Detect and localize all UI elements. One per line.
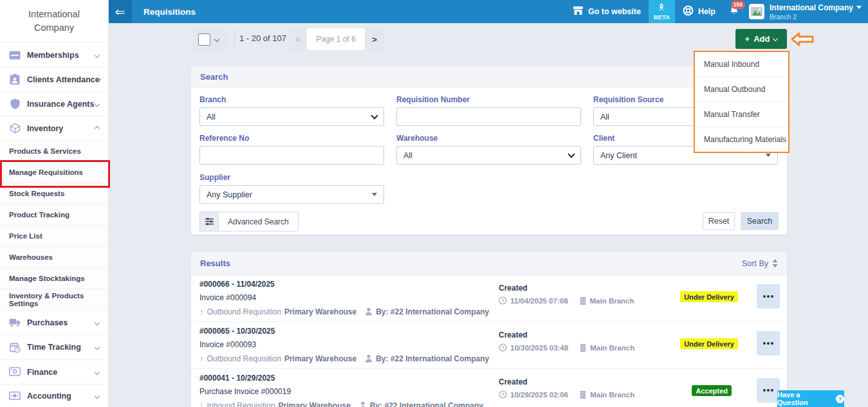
- collapse-sidebar-button[interactable]: ⇐: [108, 0, 132, 23]
- sidebar-item-inventory[interactable]: Inventory: [0, 116, 107, 140]
- requisition-meta-line: ↓ Inbound Requisition Primary Warehouse …: [199, 401, 483, 407]
- client-label: Client: [593, 134, 614, 143]
- attendance-badge-icon: [9, 74, 21, 86]
- requisition-row[interactable]: #000041 - 10/29/2025 Purchase Invoice #0…: [191, 368, 787, 407]
- requisition-meta-line: ↑ Outbound Requisition Primary Warehouse…: [199, 307, 489, 316]
- have-a-question-button[interactable]: Have a Question ?: [777, 390, 844, 407]
- requisition-type: Outbound Requisition: [207, 354, 281, 363]
- menu-item-manufacturing-materials[interactable]: Manufacturing Materials: [695, 127, 788, 152]
- notification-count-badge: 155: [731, 1, 745, 9]
- help-link[interactable]: Help: [675, 0, 723, 23]
- created-label: Created: [499, 330, 528, 339]
- sidebar-item-label: Finance: [27, 368, 57, 377]
- created-info-line: 11/04/2025 07:08 Main Branch: [499, 296, 634, 305]
- sidebar-item-time-tracking[interactable]: Time Tracking: [0, 334, 107, 359]
- chevron-down-icon: [95, 320, 100, 325]
- account-name-label: International Company: [770, 3, 853, 12]
- requisition-row[interactable]: #000066 - 11/04/2025 Invoice #000094 ↑ O…: [191, 275, 787, 322]
- sidebar-item-purchases[interactable]: Purchases: [0, 310, 107, 334]
- reset-button[interactable]: Reset: [703, 212, 735, 230]
- created-label: Created: [499, 284, 528, 293]
- select-all-checkbox[interactable]: [198, 33, 210, 46]
- annotation-arrow-icon: [790, 31, 815, 50]
- dropdown-caret-icon: [766, 154, 771, 157]
- sidebar-item-accounting[interactable]: Accounting: [0, 384, 107, 407]
- chevron-down-icon: [95, 101, 100, 106]
- clock-icon: [499, 390, 507, 399]
- requisition-id-date: #000065 - 10/30/2025: [199, 327, 275, 336]
- notifications-button[interactable]: 155: [723, 0, 745, 23]
- sidebar-subitem-inventory-products-settings[interactable]: Inventory & Products Settings: [0, 289, 107, 310]
- account-avatar[interactable]: [749, 4, 764, 19]
- account-switcher[interactable]: International Company Branch 2: [770, 3, 862, 21]
- supplier-select[interactable]: Any Supplier: [199, 185, 384, 204]
- created-datetime: 11/04/2025 07:08: [510, 297, 568, 305]
- advanced-search-button[interactable]: Advanced Search: [199, 212, 299, 231]
- menu-item-manual-outbound[interactable]: Manual Outbound: [695, 77, 788, 102]
- menu-item-manual-inbound[interactable]: Manual Inbound: [695, 52, 788, 77]
- row-actions-button[interactable]: [757, 331, 780, 356]
- sidebar-subitem-manage-stocktakings[interactable]: Manage Stocktakings: [0, 267, 107, 289]
- requisition-source-label: Requisition Source: [593, 95, 663, 104]
- next-page-button[interactable]: >: [365, 35, 384, 44]
- page-indicator[interactable]: Page 1 of 6: [307, 28, 365, 50]
- ellipsis-icon: [763, 295, 766, 298]
- warehouse-select-value: All: [403, 151, 412, 160]
- sidebar-subitem-manage-requisitions[interactable]: Manage Requisitions: [0, 161, 107, 183]
- advanced-search-label: Advanced Search: [219, 217, 298, 226]
- supplier-label: Supplier: [199, 173, 230, 182]
- warehouse-select[interactable]: All: [396, 146, 581, 165]
- sort-by-control[interactable]: Sort By: [742, 259, 778, 268]
- sidebar-item-insurance-agents[interactable]: Insurance Agents: [0, 91, 107, 116]
- sidebar-subitem-products-services[interactable]: Products & Services: [0, 140, 107, 161]
- add-button[interactable]: + Add: [735, 29, 787, 49]
- sidebar-subitem-stock-requests[interactable]: Stock Requests: [0, 183, 107, 204]
- calendar-clock-icon: [9, 341, 21, 353]
- sidebar-item-clients-attendance[interactable]: Clients Attendance: [0, 67, 107, 91]
- chevron-down-icon: [773, 35, 778, 41]
- rocket-icon: [658, 3, 665, 13]
- pagination-control: < Page 1 of 6 >: [288, 28, 385, 51]
- person-icon: [365, 354, 373, 363]
- sidebar-subitem-warehouses[interactable]: Warehouses: [0, 246, 107, 267]
- chevron-down-icon: [95, 369, 100, 374]
- go-to-website-link[interactable]: Go to website: [565, 0, 649, 23]
- sidebar-subitem-price-list[interactable]: Price List: [0, 225, 107, 246]
- row-actions-button[interactable]: [757, 284, 780, 309]
- sort-by-label: Sort By: [742, 259, 768, 268]
- sidebar-item-label: Insurance Agents: [27, 100, 94, 109]
- supplier-select-value: Any Supplier: [207, 190, 252, 199]
- beta-button[interactable]: BETA: [649, 0, 675, 23]
- results-panel: Results Sort By #000066 - 11/04/2025 Inv…: [191, 252, 787, 407]
- branch-building-icon: [580, 297, 587, 305]
- branch-select[interactable]: All: [199, 107, 384, 126]
- requisition-invoice: Purchase Invoice #000019: [199, 387, 291, 396]
- page-title: Requisitions: [143, 7, 196, 17]
- reference-no-input[interactable]: [199, 146, 384, 165]
- have-a-question-label: Have a Question: [777, 391, 833, 406]
- requisition-row[interactable]: #000065 - 10/30/2025 Invoice #000093 ↑ O…: [191, 321, 787, 369]
- sidebar-item-memberships[interactable]: Memberships: [0, 42, 107, 67]
- status-badge: Under Delivery: [680, 338, 738, 349]
- sidebar-item-label: Accounting: [27, 392, 71, 401]
- created-datetime: 10/30/2025 03:48: [510, 344, 568, 352]
- created-info-line: 10/30/2025 03:48 Main Branch: [499, 343, 634, 352]
- sidebar-item-finance[interactable]: Finance: [0, 359, 107, 384]
- reference-no-label: Reference No: [199, 134, 249, 143]
- requisition-invoice: Invoice #000094: [199, 293, 256, 302]
- chevron-down-icon: [95, 52, 100, 57]
- sidebar-subitem-product-tracking[interactable]: Product Tracking: [0, 204, 107, 225]
- requisition-number-input[interactable]: [396, 107, 581, 126]
- row-actions-button[interactable]: [757, 378, 780, 402]
- toolbar-divider: [234, 29, 235, 50]
- created-label: Created: [499, 377, 528, 386]
- requisition-created-by: By: #22 International Company: [370, 401, 483, 407]
- outbound-arrow-icon: ↑: [199, 307, 204, 316]
- menu-item-manual-transfer[interactable]: Manual Transfer: [695, 102, 788, 127]
- clock-icon: [499, 343, 507, 352]
- select-all-dropdown[interactable]: [193, 28, 226, 51]
- search-button[interactable]: Search: [741, 212, 779, 230]
- previous-page-button[interactable]: <: [288, 35, 307, 44]
- ellipsis-icon: [763, 389, 766, 392]
- plus-icon: +: [745, 34, 750, 44]
